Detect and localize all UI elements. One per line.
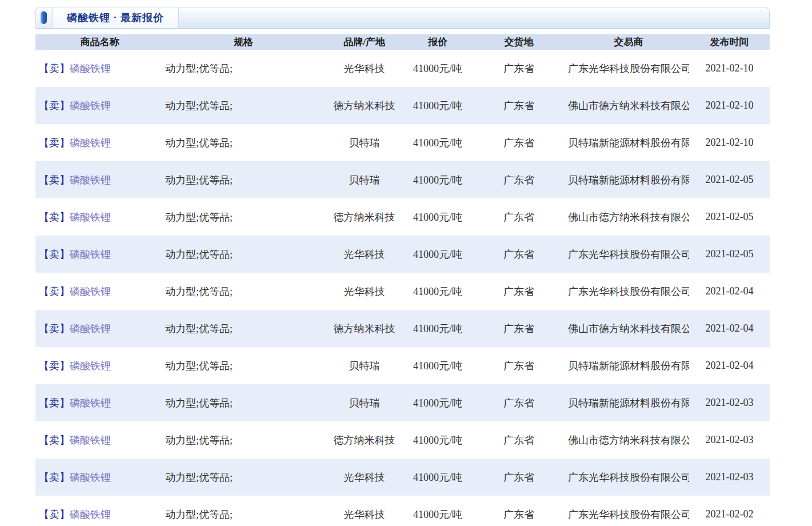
- section-tab-bar: 磷酸铁锂 · 最新报价: [35, 7, 770, 29]
- section-title: 磷酸铁锂 · 最新报价: [67, 11, 164, 25]
- price-cell: 41000元/吨: [406, 496, 470, 526]
- product-link[interactable]: 磷酸铁锂: [70, 397, 111, 409]
- product-cell: 【卖】磷酸铁锂: [35, 198, 164, 236]
- table-row: 【卖】磷酸铁锂动力型;优等品;贝特瑞41000元/吨广东省贝特瑞新能源材料股份有…: [35, 124, 770, 161]
- delivery-cell: 广东省: [470, 50, 568, 87]
- trader-cell: 贝特瑞新能源材料股份有限: [568, 124, 689, 161]
- delivery-cell: 广东省: [470, 236, 568, 273]
- product-cell: 【卖】磷酸铁锂: [35, 236, 164, 273]
- column-header-trader: 交易商: [568, 34, 689, 50]
- product-cell: 【卖】磷酸铁锂: [35, 459, 164, 496]
- column-header-brand: 品牌/产地: [323, 34, 406, 50]
- price-cell: 41000元/吨: [406, 236, 470, 273]
- table-row: 【卖】磷酸铁锂动力型;优等品;光华科技41000元/吨广东省广东光华科技股份有限…: [35, 236, 770, 273]
- brand-cell: 德方纳米科技: [323, 310, 406, 347]
- column-header-delivery: 交货地: [470, 34, 568, 50]
- table-row: 【卖】磷酸铁锂动力型;优等品;德方纳米科技41000元/吨广东省佛山市德方纳米科…: [35, 310, 770, 347]
- brand-cell: 贝特瑞: [323, 124, 406, 161]
- sell-tag: 【卖】: [39, 509, 70, 520]
- brand-cell: 光华科技: [323, 50, 406, 87]
- table-row: 【卖】磷酸铁锂动力型;优等品;德方纳米科技41000元/吨广东省佛山市德方纳米科…: [35, 87, 770, 124]
- product-link[interactable]: 磷酸铁锂: [70, 100, 111, 111]
- spec-cell: 动力型;优等品;: [164, 459, 323, 496]
- product-cell: 【卖】磷酸铁锂: [35, 496, 164, 526]
- date-cell: 2021-02-10: [689, 50, 770, 87]
- price-cell: 41000元/吨: [406, 161, 470, 198]
- sell-tag: 【卖】: [39, 472, 70, 483]
- sell-tag: 【卖】: [39, 100, 70, 111]
- delivery-cell: 广东省: [470, 384, 568, 421]
- product-link[interactable]: 磷酸铁锂: [70, 435, 111, 446]
- spec-cell: 动力型;优等品;: [164, 273, 323, 310]
- trader-cell: 贝特瑞新能源材料股份有限: [568, 347, 689, 384]
- spec-cell: 动力型;优等品;: [164, 161, 323, 198]
- product-link[interactable]: 磷酸铁锂: [70, 63, 111, 74]
- trader-cell: 贝特瑞新能源材料股份有限: [568, 384, 689, 421]
- sell-tag: 【卖】: [39, 435, 70, 446]
- price-cell: 41000元/吨: [406, 347, 470, 384]
- product-cell: 【卖】磷酸铁锂: [35, 347, 164, 384]
- product-cell: 【卖】磷酸铁锂: [35, 124, 164, 161]
- product-cell: 【卖】磷酸铁锂: [35, 87, 164, 124]
- date-cell: 2021-02-05: [689, 161, 770, 198]
- product-link[interactable]: 磷酸铁锂: [70, 137, 111, 149]
- tab-latest-quotes[interactable]: 磷酸铁锂 · 最新报价: [52, 7, 179, 28]
- sell-tag: 【卖】: [39, 63, 70, 74]
- product-cell: 【卖】磷酸铁锂: [35, 421, 164, 459]
- brand-cell: 光华科技: [323, 496, 406, 526]
- table-row: 【卖】磷酸铁锂动力型;优等品;光华科技41000元/吨广东省广东光华科技股份有限…: [35, 496, 770, 526]
- sell-tag: 【卖】: [39, 249, 70, 260]
- product-link[interactable]: 磷酸铁锂: [70, 286, 111, 297]
- trader-cell: 贝特瑞新能源材料股份有限: [568, 161, 689, 198]
- trader-cell: 广东光华科技股份有限公司: [568, 459, 689, 496]
- trader-cell: 广东光华科技股份有限公司: [568, 496, 689, 526]
- product-link[interactable]: 磷酸铁锂: [70, 249, 111, 260]
- price-cell: 41000元/吨: [406, 198, 470, 236]
- sell-tag: 【卖】: [39, 137, 70, 149]
- product-cell: 【卖】磷酸铁锂: [35, 384, 164, 421]
- table-row: 【卖】磷酸铁锂动力型;优等品;光华科技41000元/吨广东省广东光华科技股份有限…: [35, 459, 770, 496]
- trader-cell: 佛山市德方纳米科技有限公: [568, 310, 689, 347]
- product-link[interactable]: 磷酸铁锂: [70, 472, 111, 483]
- date-cell: 2021-02-04: [689, 310, 770, 347]
- sell-tag: 【卖】: [39, 323, 70, 334]
- product-link[interactable]: 磷酸铁锂: [70, 509, 111, 520]
- price-cell: 41000元/吨: [406, 87, 470, 124]
- product-link[interactable]: 磷酸铁锂: [70, 174, 111, 186]
- spec-cell: 动力型;优等品;: [164, 310, 323, 347]
- quotes-table: 商品名称 规格 品牌/产地 报价 交货地 交易商 发布时间 【卖】磷酸铁锂动力型…: [35, 34, 770, 526]
- trader-cell: 佛山市德方纳米科技有限公: [568, 198, 689, 236]
- date-cell: 2021-02-03: [689, 459, 770, 496]
- column-header-spec: 规格: [164, 34, 323, 50]
- delivery-cell: 广东省: [470, 459, 568, 496]
- spec-cell: 动力型;优等品;: [164, 496, 323, 526]
- page-content: 磷酸铁锂 · 最新报价 商品名称 规格 品牌/产地 报价 交货地 交易商 发布时…: [35, 0, 770, 526]
- date-cell: 2021-02-03: [689, 384, 770, 421]
- product-link[interactable]: 磷酸铁锂: [70, 212, 111, 223]
- date-cell: 2021-02-05: [689, 198, 770, 236]
- column-header-product: 商品名称: [35, 34, 164, 50]
- spec-cell: 动力型;优等品;: [164, 384, 323, 421]
- spec-cell: 动力型;优等品;: [164, 347, 323, 384]
- trader-cell: 广东光华科技股份有限公司: [568, 236, 689, 273]
- spec-cell: 动力型;优等品;: [164, 421, 323, 459]
- brand-cell: 德方纳米科技: [323, 87, 406, 124]
- sell-tag: 【卖】: [39, 212, 70, 223]
- price-cell: 41000元/吨: [406, 50, 470, 87]
- delivery-cell: 广东省: [470, 273, 568, 310]
- blue-pill-bullet-icon: [41, 11, 47, 24]
- product-cell: 【卖】磷酸铁锂: [35, 161, 164, 198]
- product-link[interactable]: 磷酸铁锂: [70, 323, 111, 334]
- brand-cell: 德方纳米科技: [323, 198, 406, 236]
- brand-cell: 光华科技: [323, 236, 406, 273]
- product-cell: 【卖】磷酸铁锂: [35, 273, 164, 310]
- bullet-tab: [36, 7, 52, 28]
- product-link[interactable]: 磷酸铁锂: [70, 360, 111, 372]
- sell-tag: 【卖】: [39, 360, 70, 372]
- delivery-cell: 广东省: [470, 347, 568, 384]
- trader-cell: 佛山市德方纳米科技有限公: [568, 87, 689, 124]
- brand-cell: 光华科技: [323, 459, 406, 496]
- brand-cell: 光华科技: [323, 273, 406, 310]
- table-row: 【卖】磷酸铁锂动力型;优等品;光华科技41000元/吨广东省广东光华科技股份有限…: [35, 273, 770, 310]
- price-cell: 41000元/吨: [406, 421, 470, 459]
